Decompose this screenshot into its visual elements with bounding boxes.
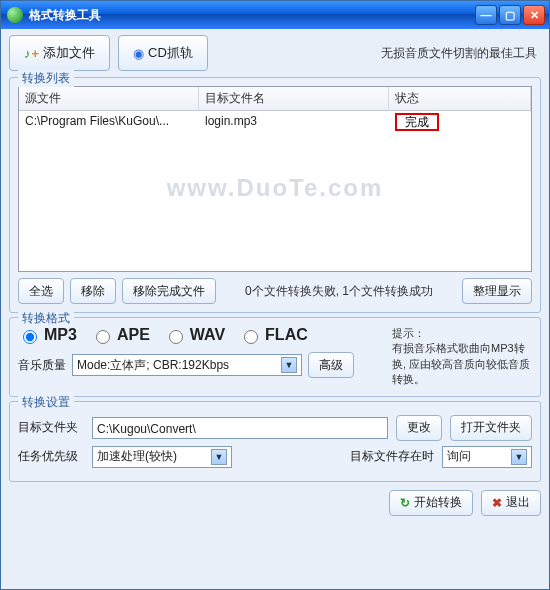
chevron-down-icon: ▼ (281, 357, 297, 373)
toolbar: 添加文件 CD抓轨 无损音质文件切割的最佳工具 (9, 35, 541, 71)
dest-row: 目标文件夹 C:\Kugou\Convert\ 更改 打开文件夹 (18, 415, 532, 441)
list-actions: 全选 移除 移除完成文件 0个文件转换失败, 1个文件转换成功 整理显示 (18, 278, 532, 304)
exit-label: 退出 (506, 494, 530, 511)
music-note-icon (24, 46, 31, 61)
radio-wav-input[interactable] (169, 330, 183, 344)
watermark-text: www.DuoTe.com (19, 174, 531, 202)
conversion-list-group: 转换列表 源文件 目标文件名 状态 C:\Program Files\KuGou… (9, 77, 541, 313)
start-label: 开始转换 (414, 494, 462, 511)
radio-mp3-input[interactable] (23, 330, 37, 344)
exist-label: 目标文件存在时 (350, 448, 434, 465)
exit-icon (492, 496, 502, 510)
add-file-label: 添加文件 (43, 44, 95, 62)
cd-icon (133, 46, 144, 61)
exist-select[interactable]: 询问 ▼ (442, 446, 532, 468)
quality-label: 音乐质量 (18, 357, 66, 374)
advanced-button[interactable]: 高级 (308, 352, 354, 378)
app-icon (7, 7, 23, 23)
change-dest-button[interactable]: 更改 (396, 415, 442, 441)
settings-group: 转换设置 目标文件夹 C:\Kugou\Convert\ 更改 打开文件夹 任务… (9, 401, 541, 482)
app-window: 格式转换工具 — ▢ ✕ 添加文件 CD抓轨 无损音质文件切割的最佳工具 转换列… (0, 0, 550, 590)
priority-label: 任务优先级 (18, 448, 84, 465)
select-all-button[interactable]: 全选 (18, 278, 64, 304)
tips-label: 提示： (392, 326, 532, 341)
format-group: 转换格式 MP3 APE WAV FLAC 音乐质量 Mode:立体声; CBR… (9, 317, 541, 397)
neat-display-button[interactable]: 整理显示 (462, 278, 532, 304)
settings-legend: 转换设置 (18, 394, 74, 411)
table-row[interactable]: C:\Program Files\KuGou\... login.mp3 完成 (19, 111, 531, 134)
radio-flac-input[interactable] (244, 330, 258, 344)
tips-box: 提示： 有损音乐格式歌曲向MP3转换, 应由较高音质向较低音质转换。 (392, 326, 532, 388)
col-status[interactable]: 状态 (389, 87, 531, 110)
maximize-button[interactable]: ▢ (499, 5, 521, 25)
minimize-button[interactable]: — (475, 5, 497, 25)
priority-value: 加速处理(较快) (97, 448, 177, 465)
cd-rip-label: CD抓轨 (148, 44, 193, 62)
radio-flac[interactable]: FLAC (239, 326, 308, 344)
col-source[interactable]: 源文件 (19, 87, 199, 110)
status-badge: 完成 (395, 113, 439, 131)
priority-select[interactable]: 加速处理(较快) ▼ (92, 446, 232, 468)
dest-label: 目标文件夹 (18, 419, 84, 436)
quality-value: Mode:立体声; CBR:192Kbps (77, 357, 229, 374)
cell-src: C:\Program Files\KuGou\... (19, 111, 199, 134)
cell-status: 完成 (389, 111, 531, 134)
priority-row: 任务优先级 加速处理(较快) ▼ 目标文件存在时 询问 ▼ (18, 446, 532, 468)
conversion-status-text: 0个文件转换失败, 1个文件转换成功 (245, 283, 433, 300)
radio-ape-input[interactable] (96, 330, 110, 344)
titlebar: 格式转换工具 — ▢ ✕ (1, 1, 549, 29)
open-folder-button[interactable]: 打开文件夹 (450, 415, 532, 441)
convert-icon (400, 496, 410, 510)
quality-select[interactable]: Mode:立体声; CBR:192Kbps ▼ (72, 354, 302, 376)
window-title: 格式转换工具 (29, 7, 473, 24)
exist-value: 询问 (447, 448, 471, 465)
col-target[interactable]: 目标文件名 (199, 87, 389, 110)
client-area: 添加文件 CD抓轨 无损音质文件切割的最佳工具 转换列表 源文件 目标文件名 状… (1, 29, 549, 589)
list-header: 源文件 目标文件名 状态 (19, 87, 531, 111)
start-convert-button[interactable]: 开始转换 (389, 490, 473, 516)
chevron-down-icon: ▼ (511, 449, 527, 465)
slogan-text: 无损音质文件切割的最佳工具 (381, 45, 541, 62)
quality-row: 音乐质量 Mode:立体声; CBR:192Kbps ▼ 高级 (18, 352, 382, 378)
chevron-down-icon: ▼ (211, 449, 227, 465)
radio-mp3[interactable]: MP3 (18, 326, 77, 344)
file-listbox[interactable]: 源文件 目标文件名 状态 C:\Program Files\KuGou\... … (18, 86, 532, 272)
radio-wav[interactable]: WAV (164, 326, 225, 344)
format-legend: 转换格式 (18, 310, 74, 327)
list-body[interactable]: C:\Program Files\KuGou\... login.mp3 完成 … (19, 111, 531, 271)
dest-path-field[interactable]: C:\Kugou\Convert\ (92, 417, 388, 439)
remove-done-button[interactable]: 移除完成文件 (122, 278, 216, 304)
remove-button[interactable]: 移除 (70, 278, 116, 304)
list-legend: 转换列表 (18, 70, 74, 87)
close-button[interactable]: ✕ (523, 5, 545, 25)
plus-icon (35, 46, 40, 61)
format-options: MP3 APE WAV FLAC (18, 326, 382, 344)
cd-rip-button[interactable]: CD抓轨 (118, 35, 208, 71)
cell-tgt: login.mp3 (199, 111, 389, 134)
tips-text: 有损音乐格式歌曲向MP3转换, 应由较高音质向较低音质转换。 (392, 341, 532, 387)
exit-button[interactable]: 退出 (481, 490, 541, 516)
radio-ape[interactable]: APE (91, 326, 150, 344)
footer: 开始转换 退出 (9, 488, 541, 516)
add-file-button[interactable]: 添加文件 (9, 35, 110, 71)
